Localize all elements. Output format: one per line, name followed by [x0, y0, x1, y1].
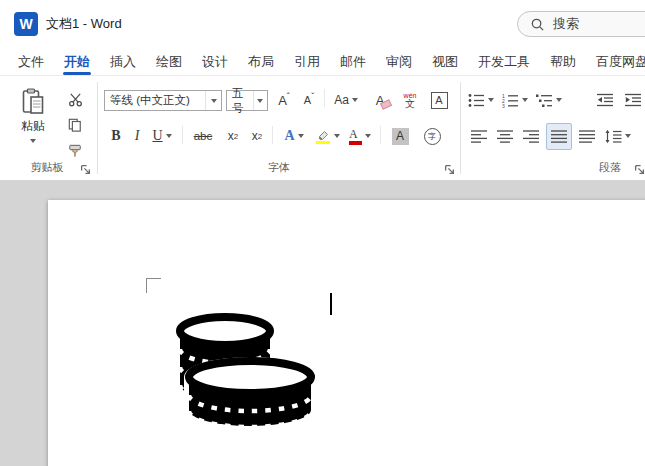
document-page[interactable] [48, 200, 645, 466]
copy-icon [68, 118, 82, 132]
highlight-color-button[interactable] [312, 125, 342, 147]
italic-button[interactable]: I [128, 125, 146, 147]
mini-divider [272, 126, 273, 144]
bullets-button[interactable] [466, 89, 496, 111]
tab-mailings[interactable]: 邮件 [330, 48, 376, 75]
paste-icon [22, 88, 44, 114]
paste-label: 粘贴 [21, 118, 45, 135]
font-name-select[interactable]: 等线 (中文正文) [104, 90, 222, 111]
group-divider [460, 82, 461, 174]
chevron-down-icon [488, 98, 494, 102]
font-color-button[interactable]: A [346, 125, 374, 147]
change-case-button[interactable]: Aa [330, 89, 362, 111]
tab-layout[interactable]: 布局 [238, 48, 284, 75]
tab-draw[interactable]: 绘图 [146, 48, 192, 75]
chevron-down-icon [625, 134, 631, 138]
chevron-down-icon [352, 98, 358, 102]
tab-file[interactable]: 文件 [8, 48, 54, 75]
numbering-button[interactable]: 1 2 3 [500, 89, 530, 111]
align-right-button[interactable] [520, 125, 542, 147]
document-canvas [0, 181, 645, 466]
underline-button[interactable]: U [148, 125, 176, 147]
strikethrough-button[interactable]: abc [188, 125, 218, 147]
shrink-font-button[interactable]: Aˇ [298, 89, 320, 111]
paragraph-dialog-launcher-icon[interactable] [634, 164, 645, 175]
cut-icon [68, 92, 83, 107]
phonetic-guide-button[interactable]: wén 文 [398, 89, 422, 111]
tab-help[interactable]: 帮助 [540, 48, 586, 75]
font-size-select[interactable]: 五号 [226, 90, 268, 111]
grow-font-button[interactable]: Aˆ [272, 89, 296, 111]
tab-baidu-netdisk[interactable]: 百度网盘 [586, 48, 645, 75]
superscript-button[interactable]: x2 [246, 125, 268, 147]
multilevel-list-icon [536, 93, 553, 108]
align-right-icon [523, 130, 539, 143]
highlighter-icon [315, 128, 331, 144]
chevron-down-icon [556, 98, 562, 102]
clipboard-dialog-launcher-icon[interactable] [80, 164, 91, 175]
font-dialog-launcher-icon[interactable] [444, 164, 455, 175]
increase-indent-button[interactable] [622, 89, 644, 111]
multilevel-list-button[interactable] [534, 89, 564, 111]
search-box[interactable]: 搜索 [517, 11, 645, 37]
svg-text:3: 3 [502, 102, 505, 107]
search-label: 搜索 [553, 15, 579, 33]
tab-review[interactable]: 审阅 [376, 48, 422, 75]
title-bar: W 文档1 - Word 搜索 [0, 0, 645, 48]
menu-bar: 文件 开始 插入 绘图 设计 布局 引用 邮件 审阅 视图 开发工具 帮助 百度… [0, 48, 645, 76]
tab-design[interactable]: 设计 [192, 48, 238, 75]
chevron-down-icon [211, 99, 217, 103]
line-spacing-button[interactable] [602, 125, 634, 147]
chevron-down-icon [166, 134, 172, 138]
chevron-down-icon [522, 98, 528, 102]
chevron-down-icon [30, 139, 36, 143]
paragraph-group-label: 段落 [585, 160, 635, 175]
chevron-down-icon [334, 134, 340, 138]
tab-insert[interactable]: 插入 [100, 48, 146, 75]
font-name-dropdown-arrow[interactable] [205, 91, 221, 110]
tab-references[interactable]: 引用 [284, 48, 330, 75]
format-painter-icon [68, 144, 82, 158]
chevron-down-icon [257, 99, 263, 103]
bullets-icon [468, 93, 485, 108]
word-logo-icon: W [14, 12, 38, 36]
mini-divider [324, 89, 325, 107]
search-icon [530, 17, 545, 32]
coin-stacks-image[interactable] [170, 311, 320, 431]
align-left-button[interactable] [468, 125, 490, 147]
tab-view[interactable]: 视图 [422, 48, 468, 75]
character-shading-button[interactable]: A [388, 125, 412, 147]
mini-divider [380, 126, 381, 144]
character-border-button[interactable]: A [428, 89, 450, 111]
bold-button[interactable]: B [106, 125, 126, 147]
copy-button[interactable] [62, 114, 88, 136]
format-painter-button[interactable] [62, 140, 88, 162]
chevron-down-icon [365, 134, 371, 138]
paste-button[interactable]: 粘贴 [10, 82, 56, 170]
justify-button[interactable] [546, 123, 572, 150]
line-spacing-icon [605, 129, 622, 144]
align-center-button[interactable] [494, 125, 516, 147]
cut-button[interactable] [62, 88, 88, 110]
enclose-characters-button[interactable]: 字 [420, 125, 444, 147]
decrease-indent-button[interactable] [594, 89, 616, 111]
align-left-icon [471, 130, 487, 143]
chevron-down-icon [298, 134, 304, 138]
distribute-text-button[interactable] [576, 125, 598, 147]
tab-developer[interactable]: 开发工具 [468, 48, 540, 75]
numbering-icon: 1 2 3 [502, 93, 519, 108]
text-boundary-mark [146, 278, 161, 293]
ribbon: 粘贴 [0, 76, 645, 181]
increase-indent-icon [625, 93, 642, 108]
decrease-indent-icon [597, 93, 614, 108]
tab-home[interactable]: 开始 [54, 48, 100, 75]
text-cursor [330, 293, 332, 315]
mini-divider [182, 126, 183, 144]
text-effects-button[interactable]: A [280, 125, 308, 147]
subscript-button[interactable]: x2 [222, 125, 244, 147]
distributed-icon [579, 130, 595, 143]
font-size-dropdown-arrow[interactable] [253, 91, 267, 110]
clear-formatting-button[interactable]: A [368, 89, 392, 111]
font-group-label: 字体 [100, 160, 458, 175]
font-name-value: 等线 (中文正文) [110, 93, 190, 108]
